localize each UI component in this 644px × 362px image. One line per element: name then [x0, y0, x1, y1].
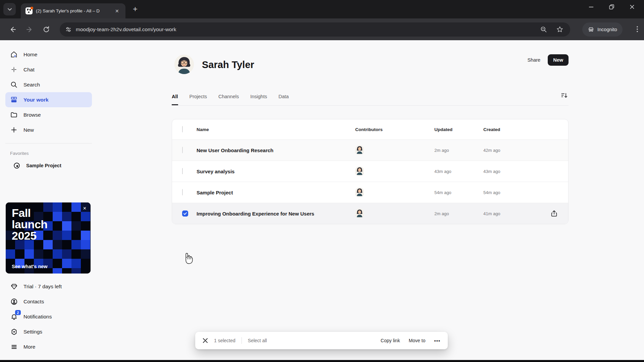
- table-row[interactable]: Sample Project 54m ago 54m ago: [172, 182, 568, 203]
- sort-icon: [560, 92, 568, 99]
- plus-icon: [10, 126, 18, 134]
- window-minimize-button[interactable]: [589, 4, 594, 11]
- sidebar-item-label: Search: [23, 82, 40, 88]
- site-info-icon[interactable]: [65, 26, 72, 33]
- new-button[interactable]: New: [548, 54, 569, 66]
- share-button[interactable]: Share: [527, 57, 540, 63]
- reload-button[interactable]: [42, 25, 50, 34]
- address-bar[interactable]: moodjoy-team-2h2v.dovetail.com/your-work: [60, 22, 570, 37]
- sidebar-item-settings[interactable]: Settings: [5, 324, 92, 339]
- sidebar-item-label: New: [23, 127, 34, 133]
- main-area: Sarah Tyler Share New All Projects Chann…: [97, 40, 644, 360]
- selected-count: 1 selected: [214, 338, 235, 343]
- divider: [241, 337, 242, 344]
- sidebar-item-label: Your work: [23, 97, 49, 103]
- sidebar-item-trial[interactable]: Trial · 7 days left: [5, 279, 92, 294]
- copy-link-button[interactable]: Copy link: [381, 338, 400, 343]
- tab-projects[interactable]: Projects: [190, 94, 207, 105]
- banner-close-icon[interactable]: ✕: [83, 206, 87, 211]
- table-row[interactable]: Survey analysis 43m ago 43m ago: [172, 161, 568, 182]
- column-header-name[interactable]: Name: [197, 127, 355, 132]
- sort-button[interactable]: [560, 92, 568, 101]
- sidebar-divider: [5, 143, 92, 143]
- contributor-avatar: [355, 170, 364, 176]
- select-all-checkbox[interactable]: [182, 126, 183, 132]
- tab-channels[interactable]: Channels: [218, 94, 239, 105]
- browser-tab[interactable]: (2) Sarah Tyler's profile - All – D ✕: [21, 3, 125, 18]
- tab-data[interactable]: Data: [278, 94, 289, 105]
- fall-launch-banner[interactable]: Fall launch 2025 ✕ See what's new: [6, 202, 91, 274]
- contributor-avatar: [355, 191, 364, 197]
- sidebar-item-label: Chat: [23, 67, 35, 73]
- column-header-contributors[interactable]: Contributors: [355, 127, 434, 132]
- work-drawer-icon: [10, 96, 18, 104]
- row-checkbox-checked[interactable]: [182, 210, 188, 217]
- back-button[interactable]: [9, 25, 17, 34]
- zoom-out-icon[interactable]: [540, 26, 547, 33]
- sidebar-favorite-sample-project[interactable]: Sample Project: [8, 158, 92, 173]
- select-all-button[interactable]: Select all: [248, 338, 267, 343]
- hamburger-icon: [10, 343, 18, 351]
- search-icon: [10, 81, 18, 88]
- row-name[interactable]: Survey analysis: [197, 169, 355, 174]
- table-row-selected[interactable]: Improving Onboarding Experience for New …: [172, 203, 568, 224]
- row-checkbox[interactable]: [182, 189, 183, 195]
- sidebar-item-label: Home: [23, 52, 37, 58]
- row-checkbox[interactable]: [182, 147, 183, 153]
- url-text[interactable]: moodjoy-team-2h2v.dovetail.com/your-work: [76, 26, 540, 33]
- sidebar-item-browse[interactable]: Browse: [5, 107, 92, 122]
- column-header-updated[interactable]: Updated: [434, 127, 483, 132]
- tab-all[interactable]: All: [172, 94, 178, 105]
- sidebar-item-notifications[interactable]: 2 Notifications: [5, 309, 92, 324]
- sidebar-item-more[interactable]: More: [5, 339, 92, 354]
- banner-link[interactable]: See what's new: [12, 264, 48, 269]
- work-table: Name Contributors Updated Created New Us…: [172, 119, 569, 224]
- tab-search-button[interactable]: [3, 3, 16, 15]
- window-close-button[interactable]: [630, 4, 635, 11]
- updated-time: 54m ago: [434, 190, 483, 195]
- sparkle-icon: [10, 66, 18, 73]
- row-name[interactable]: Improving Onboarding Experience for New …: [197, 211, 355, 217]
- sidebar-item-chat[interactable]: Chat: [5, 62, 92, 77]
- profile-avatar: [174, 55, 194, 74]
- mouse-cursor: [183, 252, 194, 266]
- bottom-window-edge: [0, 360, 644, 362]
- selection-action-bar: 1 selected Select all Copy link Move to …: [195, 332, 448, 349]
- notifications-label: Notifications: [23, 314, 52, 320]
- tab-title: (2) Sarah Tyler's profile - All – D: [36, 8, 112, 13]
- forward-button[interactable]: [25, 25, 34, 34]
- created-time: 54m ago: [483, 190, 550, 195]
- clear-selection-button[interactable]: [203, 338, 208, 343]
- settings-label: Settings: [23, 329, 42, 335]
- more-label: More: [23, 344, 35, 350]
- row-name[interactable]: Sample Project: [197, 190, 355, 195]
- updated-time: 2m ago: [434, 211, 483, 216]
- new-tab-button[interactable]: +: [133, 5, 138, 13]
- sidebar-item-home[interactable]: Home: [5, 47, 92, 62]
- table-row[interactable]: New User Onboarding Research 2m ago 42m …: [172, 139, 568, 161]
- window-restore-button[interactable]: [609, 4, 614, 11]
- sidebar-item-contacts[interactable]: Contacts: [5, 294, 92, 309]
- profile-tabs: All Projects Channels Insights Data: [172, 94, 569, 106]
- bookmark-star-icon[interactable]: [556, 26, 564, 33]
- tab-close-icon[interactable]: ✕: [115, 8, 119, 14]
- browser-menu-button[interactable]: [634, 25, 641, 33]
- tab-insights[interactable]: Insights: [250, 94, 267, 105]
- move-to-button[interactable]: Move to: [409, 338, 425, 343]
- gem-icon: [10, 283, 18, 290]
- created-time: 43m ago: [483, 169, 550, 174]
- row-name[interactable]: New User Onboarding Research: [197, 147, 355, 153]
- share-row-button[interactable]: [550, 210, 558, 217]
- page-title: Sarah Tyler: [202, 59, 254, 70]
- sidebar-item-new[interactable]: New: [5, 122, 92, 137]
- banner-title: Fall launch 2025: [12, 207, 62, 241]
- more-actions-button[interactable]: •••: [434, 338, 440, 344]
- sidebar: Home Chat Search Your work Browse New: [0, 40, 97, 360]
- sidebar-item-search[interactable]: Search: [5, 77, 92, 92]
- notification-badge: 2: [15, 310, 21, 315]
- sidebar-item-your-work[interactable]: Your work: [5, 92, 92, 107]
- column-header-created[interactable]: Created: [483, 127, 550, 132]
- check-icon: [183, 212, 187, 216]
- incognito-icon: [588, 26, 594, 33]
- row-checkbox[interactable]: [182, 168, 183, 174]
